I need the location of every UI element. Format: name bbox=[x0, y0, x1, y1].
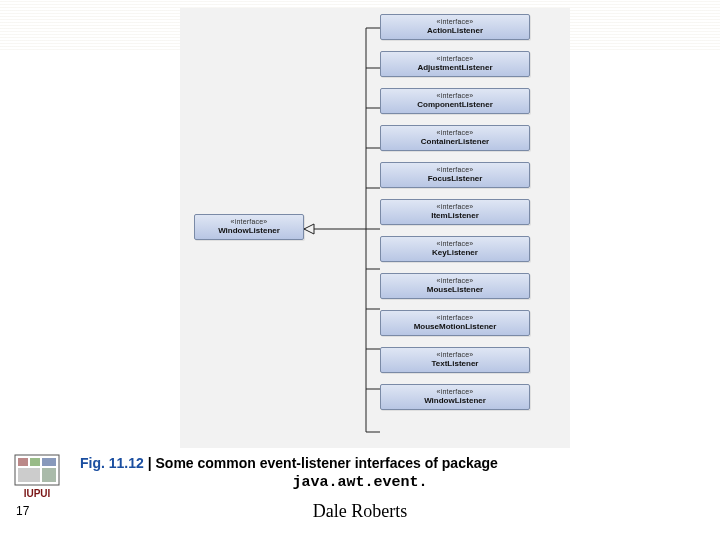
interface-box: «interface» MouseListener bbox=[380, 273, 530, 299]
uml-diagram-panel: «interface» WindowListener «interface» A… bbox=[180, 8, 570, 448]
interface-name: WindowListener bbox=[199, 226, 299, 236]
interface-box: «interface» ItemListener bbox=[380, 199, 530, 225]
child-interfaces-column: «interface» ActionListener «interface» A… bbox=[380, 14, 550, 421]
caption-separator: | bbox=[144, 455, 156, 471]
interface-name: ComponentListener bbox=[385, 100, 525, 110]
interface-name: ContainerListener bbox=[385, 137, 525, 147]
interface-box: «interface» MouseMotionListener bbox=[380, 310, 530, 336]
svg-rect-19 bbox=[42, 468, 56, 482]
svg-marker-1 bbox=[304, 224, 314, 234]
interface-box: «interface» WindowListener bbox=[380, 384, 530, 410]
iupui-logo-icon: IUPUI bbox=[14, 454, 60, 500]
interface-box: «interface» ComponentListener bbox=[380, 88, 530, 114]
stereotype-label: «interface» bbox=[385, 17, 525, 26]
interface-box: «interface» ContainerListener bbox=[380, 125, 530, 151]
stereotype-label: «interface» bbox=[385, 165, 525, 174]
interface-name: ItemListener bbox=[385, 211, 525, 221]
stereotype-label: «interface» bbox=[199, 217, 299, 226]
parent-interface-box: «interface» WindowListener bbox=[194, 214, 304, 244]
stereotype-label: «interface» bbox=[385, 91, 525, 100]
stereotype-label: «interface» bbox=[385, 387, 525, 396]
stereotype-label: «interface» bbox=[385, 313, 525, 322]
interface-name: TextListener bbox=[385, 359, 525, 369]
iupui-text: IUPUI bbox=[24, 488, 51, 499]
interface-name: AdjustmentListener bbox=[385, 63, 525, 73]
interface-box: «interface» KeyListener bbox=[380, 236, 530, 262]
figure-number: Fig. 11.12 bbox=[80, 455, 144, 471]
svg-rect-17 bbox=[42, 458, 56, 466]
stereotype-label: «interface» bbox=[385, 350, 525, 359]
caption-text: Some common event-listener interfaces of… bbox=[156, 455, 498, 471]
interface-box: «interface» AdjustmentListener bbox=[380, 51, 530, 77]
package-name: java.awt.event. bbox=[0, 474, 720, 491]
figure-caption: Fig. 11.12 | Some common event-listener … bbox=[80, 455, 700, 471]
svg-rect-18 bbox=[18, 468, 40, 482]
stereotype-label: «interface» bbox=[385, 239, 525, 248]
interface-name: WindowListener bbox=[385, 396, 525, 406]
stereotype-label: «interface» bbox=[385, 276, 525, 285]
interface-name: MouseMotionListener bbox=[385, 322, 525, 332]
interface-name: FocusListener bbox=[385, 174, 525, 184]
stereotype-label: «interface» bbox=[385, 202, 525, 211]
svg-rect-16 bbox=[30, 458, 40, 466]
interface-box: «interface» FocusListener bbox=[380, 162, 530, 188]
interface-name: ActionListener bbox=[385, 26, 525, 36]
interface-name: MouseListener bbox=[385, 285, 525, 295]
stereotype-label: «interface» bbox=[385, 54, 525, 63]
stereotype-label: «interface» bbox=[385, 128, 525, 137]
author-name: Dale Roberts bbox=[0, 501, 720, 522]
interface-box: «interface» ActionListener bbox=[380, 14, 530, 40]
interface-name: KeyListener bbox=[385, 248, 525, 258]
svg-rect-15 bbox=[18, 458, 28, 466]
interface-box: «interface» TextListener bbox=[380, 347, 530, 373]
interface-box: «interface» WindowListener bbox=[194, 214, 304, 240]
